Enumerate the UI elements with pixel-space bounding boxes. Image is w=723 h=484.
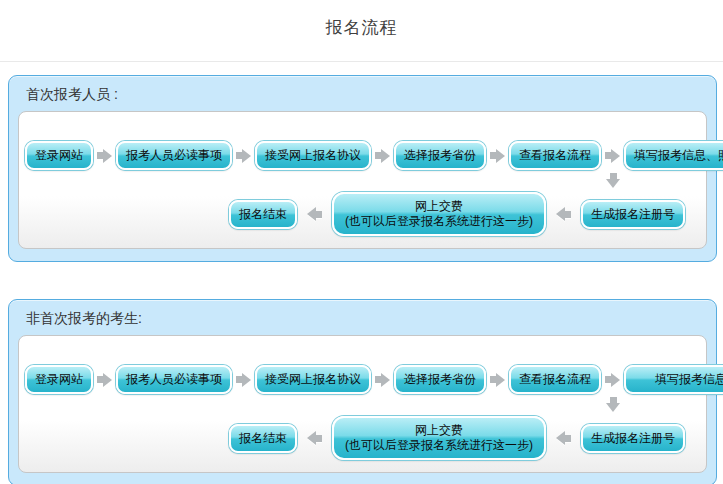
flow-step-login: 登录网站	[25, 365, 93, 394]
flow-step-finish: 报名结束	[229, 200, 297, 229]
flow-step-register-number: 生成报名注册号	[581, 424, 685, 453]
flow-step-view-process: 查看报名流程	[509, 365, 601, 394]
flow-step-province: 选择报考省份	[394, 141, 486, 170]
flow-row-forward: 登录网站 报考人员必读事项 接受网上报名协议 选择报考省份 查看报名流程 填写报…	[25, 141, 700, 170]
flow-step-login: 登录网站	[25, 141, 93, 170]
arrow-right-icon	[605, 149, 620, 163]
flow-step-notice: 报考人员必读事项	[116, 141, 232, 170]
panel-header: 非首次报考的考生:	[9, 300, 716, 335]
payment-title: 网上交费	[415, 199, 463, 213]
arrow-right-icon	[490, 373, 505, 387]
flow-step-payment: 网上交费 (也可以后登录报名系统进行这一步)	[332, 416, 546, 460]
flow-row-backward: 报名结束 网上交费 (也可以后登录报名系统进行这一步) 生成报名注册号	[25, 192, 700, 236]
flow-step-register-number: 生成报名注册号	[581, 200, 685, 229]
arrow-left-icon	[307, 431, 322, 445]
panel-repeat: 非首次报考的考生: 登录网站 报考人员必读事项 接受网上报名协议 选择报考省份 …	[8, 299, 717, 484]
panel-body: 登录网站 报考人员必读事项 接受网上报名协议 选择报考省份 查看报名流程 填写报…	[18, 111, 707, 249]
arrow-right-icon	[97, 149, 112, 163]
flow-step-view-process: 查看报名流程	[509, 141, 601, 170]
flow-row-backward: 报名结束 网上交费 (也可以后登录报名系统进行这一步) 生成报名注册号	[25, 416, 700, 460]
panel-body: 登录网站 报考人员必读事项 接受网上报名协议 选择报考省份 查看报名流程 填写报…	[18, 335, 707, 473]
flow-step-province: 选择报考省份	[394, 365, 486, 394]
arrow-left-icon	[556, 431, 571, 445]
arrow-left-icon	[556, 207, 571, 221]
flow-step-fill-info: 填写报考信息	[624, 365, 723, 394]
panel-first-time: 首次报考人员 : 登录网站 报考人员必读事项 接受网上报名协议 选择报考省份 查…	[8, 75, 717, 262]
arrow-right-icon	[236, 149, 251, 163]
arrow-down-icon	[606, 173, 620, 190]
arrow-right-icon	[375, 373, 390, 387]
flow-step-payment: 网上交费 (也可以后登录报名系统进行这一步)	[332, 192, 546, 236]
arrow-right-icon	[605, 373, 620, 387]
panel-header: 首次报考人员 :	[9, 76, 716, 111]
flow-connector	[25, 397, 700, 414]
arrow-right-icon	[97, 373, 112, 387]
flow-step-agreement: 接受网上报名协议	[255, 365, 371, 394]
flow-row-forward: 登录网站 报考人员必读事项 接受网上报名协议 选择报考省份 查看报名流程 填写报…	[25, 365, 700, 394]
page-header: 报名流程	[0, 0, 723, 62]
flow-step-fill-info-photo: 填写报考信息、照片上传	[624, 141, 723, 170]
arrow-right-icon	[236, 373, 251, 387]
flow-connector	[25, 173, 700, 190]
payment-title: 网上交费	[415, 423, 463, 437]
payment-note: (也可以后登录报名系统进行这一步)	[345, 438, 533, 452]
arrow-right-icon	[490, 149, 505, 163]
arrow-right-icon	[375, 149, 390, 163]
arrow-left-icon	[307, 207, 322, 221]
page-title: 报名流程	[326, 0, 398, 39]
flow-step-notice: 报考人员必读事项	[116, 365, 232, 394]
arrow-down-icon	[606, 397, 620, 414]
flow-step-agreement: 接受网上报名协议	[255, 141, 371, 170]
flow-step-finish: 报名结束	[229, 424, 297, 453]
payment-note: (也可以后登录报名系统进行这一步)	[345, 214, 533, 228]
